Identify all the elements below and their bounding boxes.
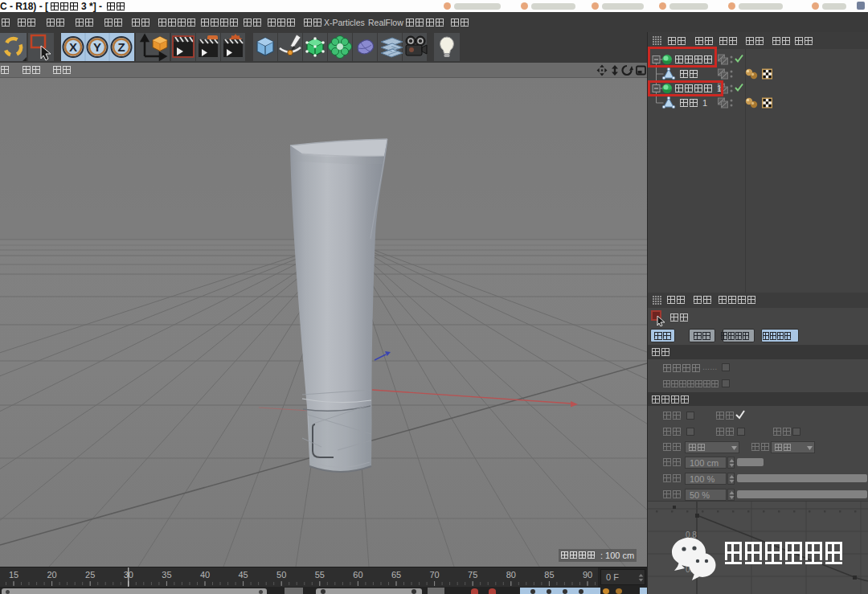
svg-text:75: 75	[468, 570, 477, 580]
svg-text:50: 50	[276, 570, 286, 580]
svg-text:45: 45	[238, 570, 248, 580]
svg-text:X: X	[69, 40, 77, 54]
svg-text:20: 20	[47, 570, 56, 580]
svg-text:55: 55	[315, 570, 325, 580]
svg-text:90: 90	[583, 570, 592, 580]
svg-text:80: 80	[506, 570, 516, 580]
svg-text:Z: Z	[117, 40, 125, 54]
svg-text:65: 65	[391, 570, 401, 580]
svg-text:70: 70	[429, 570, 439, 580]
svg-text:15: 15	[9, 570, 18, 580]
svg-text:40: 40	[200, 570, 210, 580]
svg-text:Y: Y	[93, 40, 101, 54]
svg-text:25: 25	[85, 570, 95, 580]
svg-text:85: 85	[544, 570, 554, 580]
svg-text:60: 60	[353, 570, 362, 580]
svg-text:35: 35	[162, 570, 171, 580]
